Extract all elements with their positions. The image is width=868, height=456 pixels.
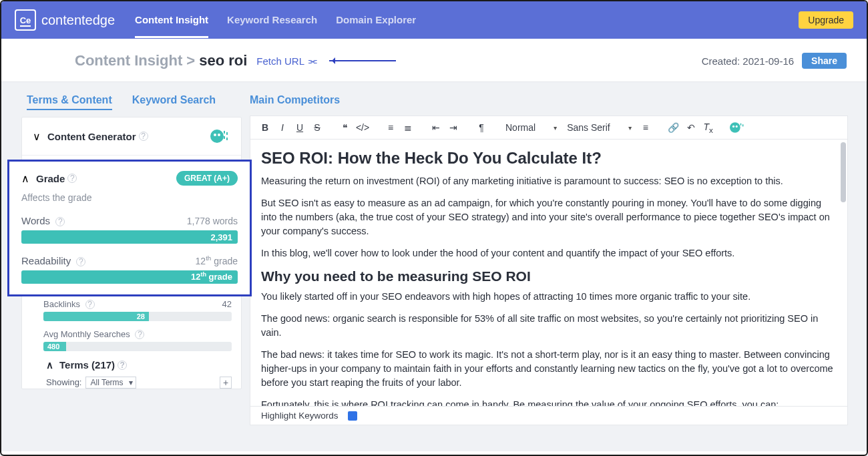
searches-label: Avg Monthly Searches ? [43, 329, 144, 339]
words-target: 1,778 words [187, 216, 238, 226]
outdent-button[interactable]: ⇤ [428, 122, 444, 133]
backlinks-value: 28 [137, 312, 145, 320]
readability-label: Readability ? [21, 255, 85, 266]
link-button[interactable]: 🔗 [666, 122, 682, 133]
grade-badge: GREAT (A+) [176, 171, 238, 186]
fetch-url-label: Fetch URL [256, 55, 304, 67]
subtab-keyword-search[interactable]: Keyword Search [132, 94, 216, 110]
terms-filter-select[interactable]: All Terms ▾ [85, 377, 136, 389]
nav-tab-domain-explorer[interactable]: Domain Explorer [336, 2, 416, 38]
format-select[interactable]: Normal [501, 122, 562, 133]
breadcrumb-query: seo roi [199, 52, 247, 69]
breadcrumb-separator: > [186, 52, 195, 69]
logo-icon: Ce [15, 9, 36, 31]
chevron-down-icon: ∨ [33, 130, 42, 143]
searches-bar: 480 [43, 342, 232, 351]
svg-point-9 [735, 126, 737, 128]
add-term-button[interactable]: + [220, 377, 232, 389]
ul-button[interactable]: ≣ [400, 122, 416, 133]
svg-rect-6 [226, 138, 228, 140]
grade-header[interactable]: ∧ Grade ? GREAT (A+) [9, 162, 250, 190]
terms-header[interactable]: ∧ Terms (217) ? [43, 351, 232, 374]
svg-rect-10 [740, 124, 741, 126]
terms-label: Terms (217) [59, 359, 115, 371]
readability-target: 12th grade [196, 254, 238, 266]
readability-bar: 12th grade [21, 270, 238, 284]
chevron-up-icon: ∧ [21, 172, 31, 185]
subtab-terms-content[interactable]: Terms & Content [27, 94, 112, 110]
undo-button[interactable]: ↶ [683, 122, 699, 133]
logo[interactable]: Ce contentedge [15, 9, 115, 31]
words-bar: 2,391 [21, 230, 238, 244]
scrollbar[interactable] [841, 142, 846, 202]
svg-rect-3 [224, 131, 225, 134]
help-icon[interactable]: ? [55, 217, 65, 226]
doc-p: The good news: organic search is respons… [261, 312, 834, 340]
font-select[interactable]: Sans Serif [563, 122, 636, 133]
highlight-keywords-checkbox[interactable] [348, 411, 357, 421]
ol-button[interactable]: ≡ [383, 122, 399, 133]
doc-p: But SEO isn't as easy to measure as an a… [261, 196, 834, 238]
share-button[interactable]: Share [802, 53, 847, 69]
quote-button[interactable]: ❝ [337, 122, 353, 133]
svg-point-7 [730, 122, 740, 133]
svg-rect-5 [224, 136, 225, 139]
app-name: contentedge [41, 13, 115, 28]
doc-p: You likely started off in your SEO endea… [261, 290, 834, 304]
ai-icon [209, 127, 230, 146]
highlight-keywords-label: Highlight Keywords [261, 411, 339, 421]
help-icon[interactable]: ? [118, 361, 127, 370]
chevron-up-icon: ∧ [46, 359, 55, 371]
showing-label: Showing: [46, 377, 81, 387]
svg-point-8 [732, 126, 734, 128]
searches-value: 480 [47, 343, 59, 351]
italic-button[interactable]: I [274, 122, 290, 133]
upgrade-button[interactable]: Upgrade [799, 11, 853, 29]
annotation-arrow [329, 60, 396, 61]
svg-rect-11 [742, 124, 744, 126]
help-icon[interactable]: ? [67, 174, 77, 183]
affects-label: Affects the grade [9, 190, 250, 215]
help-icon[interactable]: ? [76, 257, 85, 266]
svg-point-0 [210, 130, 224, 143]
svg-point-1 [214, 134, 216, 136]
pilcrow-button[interactable]: ¶ [473, 122, 489, 133]
code-button[interactable]: </> [355, 122, 371, 133]
nav-tab-keyword-research[interactable]: Keyword Research [227, 2, 317, 38]
content-generator-header[interactable]: ∨ Content Generator ? [22, 118, 241, 156]
grade-label: Grade [36, 173, 65, 184]
doc-p: Fortunately, this is where ROI tracking … [261, 398, 834, 407]
bold-button[interactable]: B [257, 122, 273, 133]
underline-button[interactable]: U [292, 122, 308, 133]
breadcrumb-section: Content Insight [75, 52, 182, 69]
doc-p: In this blog, we'll cover how to look un… [261, 246, 834, 260]
backlinks-target: 42 [222, 299, 232, 309]
clear-format-button[interactable]: Tx [700, 122, 716, 134]
ai-icon[interactable] [728, 120, 746, 135]
fetch-url-link[interactable]: Fetch URL ⫘ [256, 55, 317, 67]
help-icon[interactable]: ? [85, 300, 95, 309]
backlinks-label: Backlinks ? [43, 299, 95, 309]
help-icon[interactable]: ? [139, 132, 148, 141]
strike-button[interactable]: S [309, 122, 325, 133]
subtab-main-competitors[interactable]: Main Competitors [250, 94, 340, 109]
help-icon[interactable]: ? [135, 330, 144, 339]
backlinks-bar: 28 [43, 312, 232, 321]
words-label: Words ? [21, 215, 65, 226]
doc-h2: Why you need to be measuring SEO ROI [261, 268, 834, 284]
content-generator-label: Content Generator [47, 131, 136, 142]
readability-value: 12th grade [191, 271, 232, 282]
indent-button[interactable]: ⇥ [445, 122, 461, 133]
nav-tab-content-insight[interactable]: Content Insight [135, 2, 208, 38]
words-value: 2,391 [210, 232, 232, 242]
doc-p: Measuring the return on investment (ROI)… [261, 174, 834, 188]
svg-rect-4 [226, 132, 228, 135]
link-icon: ⫘ [307, 55, 317, 67]
align-button[interactable]: ≡ [638, 122, 654, 133]
editor-body[interactable]: SEO ROI: How the Heck Do You Calculate I… [250, 140, 848, 407]
svg-point-2 [218, 134, 220, 136]
doc-p: The bad news: it takes time for SEO to w… [261, 348, 834, 390]
created-date: Created: 2021-09-16 [702, 55, 794, 67]
doc-h1: SEO ROI: How the Heck Do You Calculate I… [261, 149, 834, 168]
grade-section-highlight: ∧ Grade ? GREAT (A+) Affects the grade W… [7, 160, 252, 296]
